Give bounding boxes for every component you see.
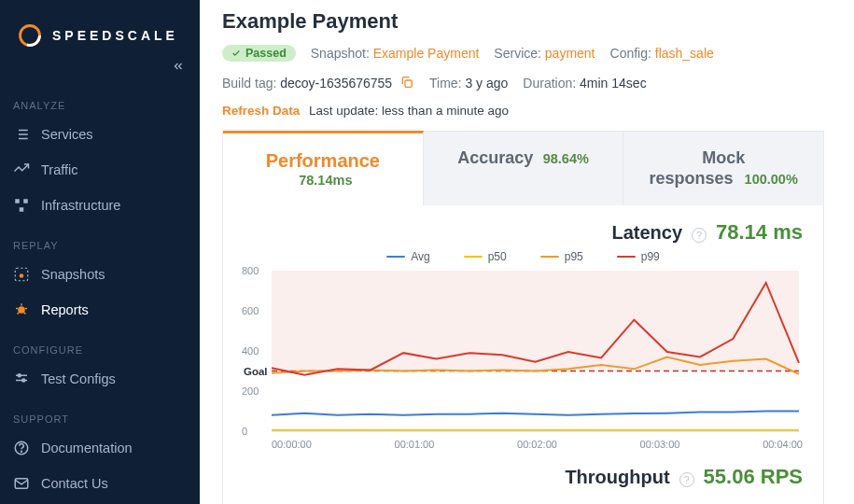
chart-legend: Avgp50p95p99 xyxy=(244,250,803,263)
snapshot-link[interactable]: Example Payment xyxy=(373,46,480,61)
sidebar-item-label: Contact Us xyxy=(41,476,108,491)
logo-icon xyxy=(17,22,43,49)
sidebar-item-documentation[interactable]: Documentation xyxy=(0,430,200,466)
sidebar: SPEEDSCALE ANALYZE Services Traffic Infr… xyxy=(0,0,200,504)
tab-performance[interactable]: Performance 78.14ms xyxy=(223,131,424,205)
duration-value: 4min 14sec xyxy=(580,76,647,91)
refresh-link[interactable]: Refresh Data xyxy=(222,104,300,118)
throughput-title: Throughput xyxy=(565,467,669,488)
tab-mock-responses[interactable]: Mock responses 100.00% xyxy=(623,132,823,205)
help-icon[interactable]: ? xyxy=(679,472,694,487)
throughput-value: 55.06 RPS xyxy=(704,465,803,489)
page-title: Example Payment xyxy=(222,9,824,34)
sidebar-item-contact-us[interactable]: Contact Us xyxy=(0,466,200,501)
sidebar-item-test-configs[interactable]: Test Configs xyxy=(0,361,200,397)
section-support: SUPPORT xyxy=(0,397,200,430)
svg-point-22 xyxy=(22,379,25,382)
brand-logo[interactable]: SPEEDSCALE xyxy=(0,17,200,56)
status-badge: Passed xyxy=(222,45,296,62)
latency-title: Latency xyxy=(611,222,682,244)
sidebar-item-snapshots[interactable]: Snapshots xyxy=(0,257,200,292)
sidebar-item-reports[interactable]: Reports xyxy=(0,292,200,328)
sidebar-item-infrastructure[interactable]: Infrastructure xyxy=(0,188,200,223)
svg-rect-27 xyxy=(272,271,799,371)
sliders-icon xyxy=(13,371,30,387)
sidebar-item-label: Snapshots xyxy=(41,267,105,282)
sidebar-item-label: Test Configs xyxy=(41,371,116,386)
performance-panel: Latency ? 78.14 ms Avgp50p95p99 02004006… xyxy=(222,205,824,504)
activity-icon xyxy=(13,161,30,178)
sidebar-item-label: Documentation xyxy=(41,441,133,455)
tabs: Performance 78.14ms Accuracy 98.64% Mock… xyxy=(222,131,824,205)
bug-icon xyxy=(13,301,30,318)
last-update: Last update: less than a minute ago xyxy=(309,104,509,118)
help-icon xyxy=(13,440,30,456)
help-icon[interactable]: ? xyxy=(692,228,707,243)
latency-chart: 0200400600800Goal xyxy=(244,267,803,435)
svg-point-12 xyxy=(20,273,24,278)
tab-accuracy[interactable]: Accuracy 98.64% xyxy=(424,132,624,205)
mail-icon xyxy=(13,475,30,492)
chevron-left-icon[interactable] xyxy=(172,60,185,76)
section-analyze: ANALYZE xyxy=(0,83,200,117)
sidebar-item-services[interactable]: Services xyxy=(0,117,200,152)
camera-icon xyxy=(13,266,30,283)
section-replay: REPLAY xyxy=(0,223,200,257)
section-configure: CONFIGURE xyxy=(0,328,200,361)
svg-point-24 xyxy=(21,451,22,452)
svg-line-17 xyxy=(18,312,20,314)
sidebar-item-label: Traffic xyxy=(41,162,77,177)
svg-point-21 xyxy=(18,374,21,377)
build-tag: decoy-1635676755 xyxy=(280,76,392,91)
sidebar-item-label: Infrastructure xyxy=(41,198,120,213)
main-scroll[interactable]: Example Payment Passed Snapshot: Example… xyxy=(200,0,841,504)
svg-rect-26 xyxy=(405,80,412,87)
svg-rect-10 xyxy=(20,207,24,212)
time-value: 3 y ago xyxy=(465,76,508,91)
sidebar-item-label: Services xyxy=(41,127,93,142)
svg-line-18 xyxy=(23,312,25,314)
brand-name: SPEEDSCALE xyxy=(52,28,178,43)
sidebar-item-label: Reports xyxy=(41,302,89,317)
service-link[interactable]: payment xyxy=(545,46,595,61)
latency-value: 78.14 ms xyxy=(716,220,803,245)
list-icon xyxy=(13,126,30,143)
copy-icon[interactable] xyxy=(399,75,414,90)
sidebar-item-traffic[interactable]: Traffic xyxy=(0,152,200,188)
svg-rect-8 xyxy=(15,199,20,203)
config-link[interactable]: flash_sale xyxy=(655,46,714,61)
network-icon xyxy=(13,197,30,214)
svg-rect-9 xyxy=(23,199,28,203)
